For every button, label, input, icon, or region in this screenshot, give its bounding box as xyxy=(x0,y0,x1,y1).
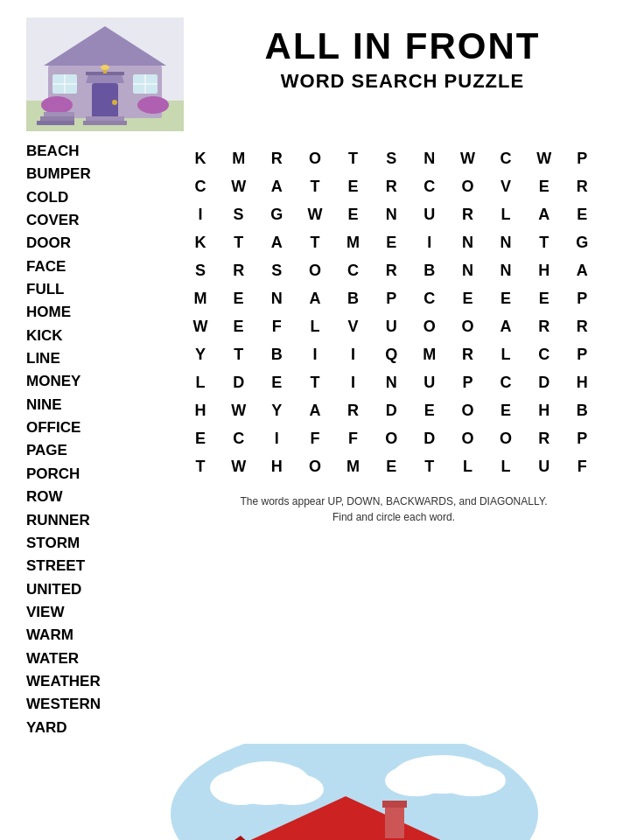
grid-cell: O xyxy=(451,312,484,340)
grid-area: KMROTSNWCWPCWATERCOVERISGWENURLAEKTATMEI… xyxy=(184,140,604,739)
grid-cell: M xyxy=(337,452,370,480)
grid-cell: W xyxy=(528,144,561,172)
grid-cell: M xyxy=(222,144,256,172)
grid-cell: G xyxy=(260,200,293,228)
word-list-item: STORM xyxy=(26,532,166,555)
grid-cell: W xyxy=(222,452,256,480)
grid-cell: T xyxy=(298,368,332,396)
svg-point-29 xyxy=(439,765,506,796)
svg-rect-36 xyxy=(382,801,407,808)
word-list-item: BEACH xyxy=(26,140,166,163)
grid-cell: C xyxy=(222,424,256,452)
grid-cell: I xyxy=(184,200,217,228)
grid-cell: D xyxy=(413,424,446,452)
grid-cell: T xyxy=(528,228,561,256)
svg-point-17 xyxy=(101,65,109,70)
word-list-item: VIEW xyxy=(26,601,166,624)
grid-cell: T xyxy=(298,172,332,200)
grid-cell: E xyxy=(451,284,484,312)
grid-cell: T xyxy=(298,228,332,256)
page: ALL IN FRONT WORD SEARCH PUZZLE BEACHBUM… xyxy=(0,0,630,840)
svg-point-18 xyxy=(41,96,73,114)
grid-cell: R xyxy=(260,144,293,172)
grid-cell: D xyxy=(528,368,561,396)
grid-cell: M xyxy=(413,340,446,368)
grid-cell: I xyxy=(337,368,370,396)
grid-cell: C xyxy=(413,284,446,312)
word-list-item: YARD xyxy=(26,717,166,739)
grid-cell: E xyxy=(337,200,370,228)
grid-cell: G xyxy=(565,228,598,256)
grid-cell: N xyxy=(451,256,484,284)
grid-cell: U xyxy=(374,312,408,340)
word-list-item: ROW xyxy=(26,486,166,508)
word-list-item: NINE xyxy=(26,394,166,416)
grid-cell: R xyxy=(565,172,598,200)
grid-cell: E xyxy=(528,172,561,200)
svg-rect-35 xyxy=(385,803,404,838)
svg-rect-22 xyxy=(37,121,74,125)
grid-cell: L xyxy=(489,200,522,228)
word-list-item: LINE xyxy=(26,347,166,370)
word-list: BEACHBUMPERCOLDCOVERDOORFACEFULLHOMEKICK… xyxy=(26,140,166,739)
grid-cell: N xyxy=(451,228,484,256)
grid-cell: E xyxy=(489,396,522,424)
header: ALL IN FRONT WORD SEARCH PUZZLE xyxy=(26,18,604,131)
grid-cell: H xyxy=(260,452,293,480)
word-list-item: COLD xyxy=(26,186,166,209)
grid-cell: D xyxy=(222,368,256,396)
grid-cell: E xyxy=(413,396,446,424)
grid-cell: M xyxy=(184,284,217,312)
grid-cell: E xyxy=(222,312,256,340)
grid-cell: C xyxy=(489,368,522,396)
word-list-item: FACE xyxy=(26,256,166,278)
grid-cell: N xyxy=(260,284,293,312)
grid-cell: A xyxy=(565,256,598,284)
word-list-item: UNITED xyxy=(26,578,166,601)
svg-rect-21 xyxy=(40,116,74,121)
top-house-image xyxy=(26,18,184,131)
grid-cell: R xyxy=(337,396,370,424)
grid-cell: U xyxy=(413,368,446,396)
grid-cell: O xyxy=(489,424,522,452)
grid-cell: V xyxy=(489,172,522,200)
grid-cell: O xyxy=(298,256,332,284)
grid-cell: N xyxy=(489,256,522,284)
grid-cell: E xyxy=(528,284,561,312)
grid-cell: B xyxy=(337,284,370,312)
grid-cell: E xyxy=(374,452,408,480)
grid-cell: C xyxy=(528,340,561,368)
grid-cell: H xyxy=(528,256,561,284)
grid-cell: I xyxy=(260,424,293,452)
word-list-item: OFFICE xyxy=(26,416,166,439)
grid-cell: Y xyxy=(184,340,217,368)
word-list-item: DOOR xyxy=(26,232,166,255)
grid-cell: F xyxy=(337,424,370,452)
grid-cell: Y xyxy=(260,396,293,424)
grid-cell: N xyxy=(374,368,408,396)
grid-cell: T xyxy=(222,228,256,256)
grid-cell: E xyxy=(337,172,370,200)
grid-cell: O xyxy=(451,424,484,452)
svg-rect-15 xyxy=(83,121,127,125)
grid-cell: C xyxy=(489,144,522,172)
grid-cell: R xyxy=(565,312,598,340)
grid-cell: H xyxy=(565,368,598,396)
word-list-item: BUMPER xyxy=(26,163,166,186)
word-list-item: PORCH xyxy=(26,463,166,486)
grid-cell: P xyxy=(565,284,598,312)
svg-point-5 xyxy=(112,100,117,105)
grid-cell: T xyxy=(337,144,370,172)
grid-cell: W xyxy=(184,312,217,340)
grid-cell: S xyxy=(374,144,408,172)
grid-cell: V xyxy=(337,312,370,340)
grid-cell: P xyxy=(374,284,408,312)
grid-cell: E xyxy=(184,424,217,452)
word-list-item: RUNNER xyxy=(26,509,166,532)
grid-cell: A xyxy=(298,284,332,312)
grid-cell: E xyxy=(222,284,256,312)
grid-cell: L xyxy=(451,452,484,480)
grid-cell: M xyxy=(337,228,370,256)
grid-cell: O xyxy=(374,424,408,452)
grid-cell: C xyxy=(337,256,370,284)
